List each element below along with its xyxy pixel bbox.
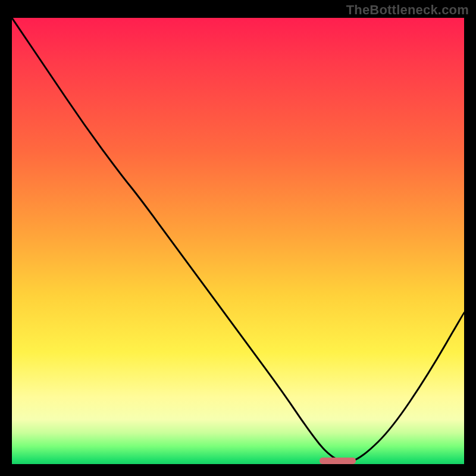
- chart-wrapper: TheBottleneck.com: [0, 0, 476, 476]
- curve-path: [12, 18, 464, 462]
- optimal-marker: [320, 458, 356, 464]
- plot-area: [12, 18, 464, 464]
- watermark-text: TheBottleneck.com: [346, 2, 469, 18]
- bottleneck-curve: [12, 18, 464, 464]
